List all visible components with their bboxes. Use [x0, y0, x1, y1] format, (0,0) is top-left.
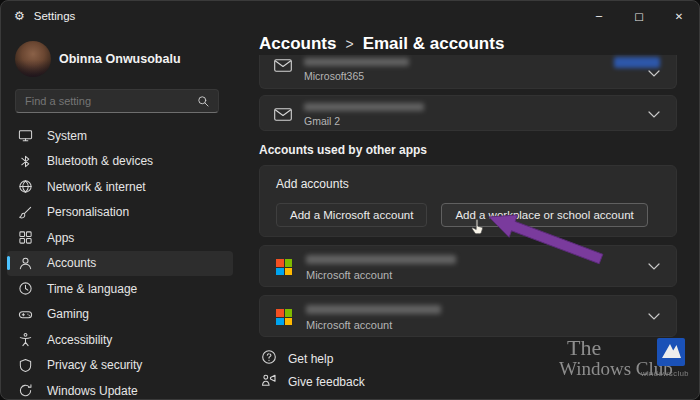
update-icon [17, 383, 33, 398]
search-box[interactable] [15, 89, 219, 113]
breadcrumb: Accounts > Email & accounts [259, 34, 504, 54]
add-microsoft-account-button[interactable]: Add a Microsoft account [276, 203, 427, 227]
sidebar-item-label: Accessibility [47, 333, 112, 347]
sidebar-item-label: Personalisation [47, 205, 129, 219]
sidebar-item-label: Network & internet [47, 180, 146, 194]
minimize-button[interactable]: ─ [579, 1, 619, 31]
microsoft-logo-icon [276, 259, 292, 275]
sidebar-item-privacy[interactable]: Privacy & security [7, 353, 233, 379]
account-row-subtitle: Microsoft account [306, 269, 392, 281]
section-title: Accounts used by other apps [259, 143, 427, 157]
maximize-button[interactable]: □ [619, 1, 659, 31]
apps-grid-icon [17, 230, 33, 245]
breadcrumb-separator: > [345, 36, 353, 52]
redacted-account-name [306, 305, 441, 314]
get-help-link[interactable]: Get help [261, 349, 333, 368]
get-help-label: Get help [288, 352, 333, 366]
mail-icon [274, 107, 292, 125]
search-input[interactable] [16, 95, 197, 107]
give-feedback-label: Give feedback [288, 375, 365, 389]
sidebar-item-label: Time & language [47, 282, 137, 296]
sidebar-item-windows-update[interactable]: Windows Update [7, 378, 233, 400]
settings-window: ⚙ Settings ─ □ ✕ Obinna Onwusobalu Syste… [0, 0, 700, 400]
chevron-down-icon[interactable] [648, 263, 660, 270]
gear-icon: ⚙ [14, 9, 25, 23]
other-app-account-row[interactable]: Microsoft account [259, 245, 677, 287]
sidebar-item-gaming[interactable]: Gaming [7, 302, 233, 328]
shield-icon [17, 358, 33, 373]
person-icon [17, 256, 33, 271]
redacted-account-name [306, 255, 456, 264]
sidebar-item-accounts[interactable]: Accounts [7, 251, 233, 277]
window-title: Settings [34, 10, 76, 22]
add-workplace-account-button[interactable]: Add a workplace or school account [441, 203, 647, 227]
sidebar-item-label: Bluetooth & devices [47, 154, 153, 168]
give-feedback-link[interactable]: Give feedback [261, 372, 365, 391]
account-row-microsoft365[interactable]: Microsoft365 [259, 55, 677, 89]
microsoft-logo-icon [276, 309, 292, 325]
sidebar-item-accessibility[interactable]: Accessibility [7, 327, 233, 353]
account-row-subtitle: Microsoft365 [304, 70, 364, 82]
page-title: Email & accounts [363, 34, 505, 54]
search-icon [197, 95, 210, 108]
chevron-down-icon[interactable] [648, 111, 660, 118]
accessibility-icon [17, 332, 33, 347]
clock-icon [17, 281, 33, 296]
add-account-buttons: Add a Microsoft account Add a workplace … [276, 203, 648, 227]
sidebar-item-label: System [47, 129, 87, 143]
sidebar-item-label: Windows Update [47, 384, 138, 398]
main-content: Accounts > Email & accounts Microsoft365… [249, 31, 699, 399]
redacted-email-text [304, 58, 409, 66]
user-name: Obinna Onwusobalu [59, 52, 181, 66]
add-accounts-label: Add accounts [276, 177, 349, 191]
system-icon [17, 128, 33, 143]
mail-icon [274, 58, 292, 76]
close-button[interactable]: ✕ [659, 1, 699, 31]
sidebar-item-network[interactable]: Network & internet [7, 174, 233, 200]
sidebar-item-bluetooth[interactable]: Bluetooth & devices [7, 149, 233, 175]
sidebar-item-system[interactable]: System [7, 123, 233, 149]
feedback-icon [261, 372, 277, 391]
add-accounts-card: Add accounts Add a Microsoft account Add… [259, 165, 677, 237]
gamepad-icon [17, 307, 33, 322]
other-app-account-row[interactable]: Microsoft account [259, 295, 677, 337]
sidebar-item-personalisation[interactable]: Personalisation [7, 200, 233, 226]
bluetooth-icon [17, 154, 33, 169]
brush-icon [17, 205, 33, 220]
sidebar-item-apps[interactable]: Apps [7, 225, 233, 251]
sidebar-item-label: Gaming [47, 307, 89, 321]
globe-icon [17, 179, 33, 194]
sidebar-item-label: Accounts [47, 256, 96, 270]
title-bar: ⚙ Settings ─ □ ✕ [1, 1, 699, 31]
redacted-email-text [304, 103, 424, 111]
sidebar-item-time-language[interactable]: Time & language [7, 276, 233, 302]
avatar[interactable] [15, 41, 51, 77]
redacted-manage-badge [614, 57, 660, 68]
window-controls: ─ □ ✕ [579, 1, 699, 31]
chevron-down-icon[interactable] [648, 70, 660, 77]
sidebar-item-label: Privacy & security [47, 358, 142, 372]
breadcrumb-root[interactable]: Accounts [259, 34, 336, 54]
account-row-subtitle: Gmail 2 [304, 115, 340, 127]
sidebar-item-label: Apps [47, 231, 74, 245]
help-icon [261, 349, 277, 368]
account-row-gmail[interactable]: Gmail 2 [259, 95, 677, 131]
sidebar: Obinna Onwusobalu System Bluetooth & dev… [1, 31, 239, 399]
sidebar-nav: System Bluetooth & devices Network & int… [1, 123, 239, 400]
account-row-subtitle: Microsoft account [306, 319, 392, 331]
chevron-down-icon[interactable] [648, 313, 660, 320]
